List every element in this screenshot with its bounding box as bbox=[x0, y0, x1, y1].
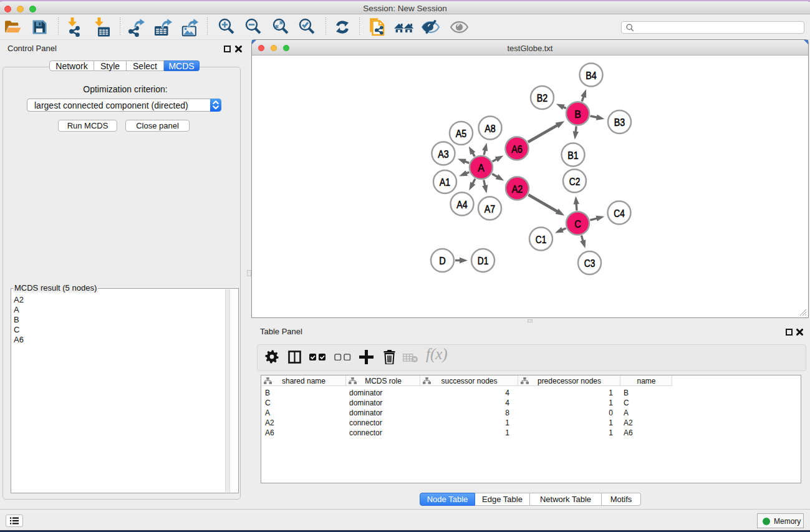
svg-text:A5: A5 bbox=[456, 128, 467, 139]
svg-text:A8: A8 bbox=[485, 123, 496, 134]
svg-text:C1: C1 bbox=[536, 234, 547, 245]
svg-text:B3: B3 bbox=[614, 117, 625, 128]
svg-text:A1: A1 bbox=[440, 177, 451, 188]
svg-text:C4: C4 bbox=[614, 208, 625, 219]
svg-text:A: A bbox=[478, 162, 485, 173]
svg-text:A3: A3 bbox=[438, 148, 449, 160]
svg-text:A2: A2 bbox=[512, 183, 523, 195]
svg-text:C3: C3 bbox=[584, 258, 595, 269]
svg-text:C: C bbox=[574, 218, 581, 230]
svg-text:A4: A4 bbox=[456, 199, 468, 210]
svg-text:D: D bbox=[439, 255, 446, 266]
svg-text:B: B bbox=[574, 109, 581, 120]
svg-text:B4: B4 bbox=[586, 70, 597, 81]
svg-text:B2: B2 bbox=[537, 92, 548, 104]
svg-text:B1: B1 bbox=[567, 150, 579, 161]
svg-text:C2: C2 bbox=[569, 176, 581, 187]
svg-text:A6: A6 bbox=[511, 143, 523, 155]
svg-text:D1: D1 bbox=[478, 255, 489, 266]
svg-text:A7: A7 bbox=[485, 203, 496, 215]
